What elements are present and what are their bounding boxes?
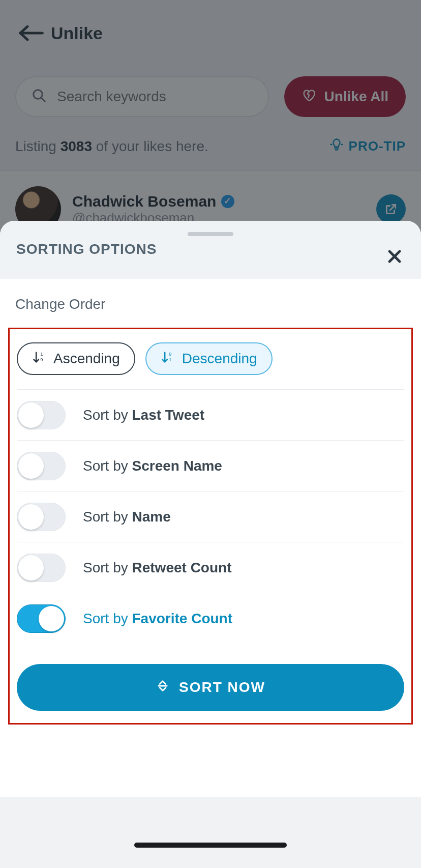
sheet-header: SORTING OPTIONS bbox=[0, 221, 421, 279]
close-button[interactable] bbox=[384, 246, 405, 267]
sheet-title: SORTING OPTIONS bbox=[16, 241, 405, 257]
sort-now-label: SORT NOW bbox=[179, 679, 265, 696]
sort-desc-icon: 9 1 bbox=[161, 350, 175, 368]
sort-asc-icon: 1 9 bbox=[32, 350, 46, 368]
descending-label: Descending bbox=[182, 351, 257, 367]
highlight-box: 1 9 Ascending 9 1 bbox=[8, 328, 413, 725]
sort-now-button[interactable]: SORT NOW bbox=[17, 664, 404, 711]
sorting-sheet: SORTING OPTIONS Change Order bbox=[0, 221, 421, 797]
svg-text:9: 9 bbox=[169, 351, 171, 356]
sort-row: Sort by Last Tweet bbox=[17, 389, 404, 440]
sort-toggle[interactable] bbox=[17, 401, 66, 429]
sort-label: Sort by Name bbox=[83, 509, 171, 525]
screen: Unlike Unlike All Listing 3083 of your bbox=[0, 0, 421, 868]
sort-list: Sort by Last TweetSort by Screen NameSor… bbox=[17, 389, 404, 644]
sort-row: Sort by Favorite Count bbox=[17, 593, 404, 644]
sort-toggle[interactable] bbox=[17, 604, 66, 633]
sort-toggle[interactable] bbox=[17, 452, 66, 480]
sort-row: Sort by Name bbox=[17, 491, 404, 542]
home-indicator[interactable] bbox=[134, 843, 287, 848]
sort-label: Sort by Last Tweet bbox=[83, 407, 204, 423]
ascending-label: Ascending bbox=[53, 351, 120, 367]
svg-text:1: 1 bbox=[169, 357, 171, 362]
sort-toggle[interactable] bbox=[17, 554, 66, 582]
svg-text:9: 9 bbox=[40, 357, 43, 362]
sort-label: Sort by Favorite Count bbox=[83, 611, 232, 627]
change-order-label: Change Order bbox=[15, 296, 406, 312]
sort-icon bbox=[156, 679, 170, 697]
sort-row: Sort by Screen Name bbox=[17, 440, 404, 491]
sheet-body: Change Order 1 9 Ascendin bbox=[0, 279, 421, 740]
bottom-bar-space bbox=[0, 797, 421, 868]
sort-label: Sort by Screen Name bbox=[83, 458, 222, 474]
sort-row: Sort by Retweet Count bbox=[17, 542, 404, 593]
descending-chip[interactable]: 9 1 Descending bbox=[145, 342, 273, 375]
svg-text:1: 1 bbox=[40, 351, 43, 356]
order-chips: 1 9 Ascending 9 1 bbox=[17, 342, 404, 375]
ascending-chip[interactable]: 1 9 Ascending bbox=[17, 342, 135, 375]
sheet-grabber[interactable] bbox=[188, 232, 233, 236]
sort-toggle[interactable] bbox=[17, 503, 66, 531]
sort-label: Sort by Retweet Count bbox=[83, 560, 231, 576]
